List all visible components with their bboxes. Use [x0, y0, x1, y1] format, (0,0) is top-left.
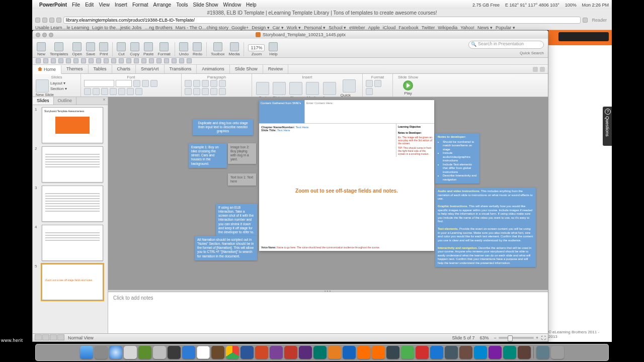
- app-icon[interactable]: [299, 346, 312, 359]
- powerpoint-icon[interactable]: [255, 346, 268, 359]
- gear-icon[interactable]: [540, 67, 545, 72]
- offstage-note[interactable]: Text box 1: Text here: [228, 173, 256, 186]
- finder-icon[interactable]: [80, 346, 93, 359]
- menu-view[interactable]: View: [99, 2, 110, 8]
- strike-icon[interactable]: [110, 88, 117, 95]
- app-menu[interactable]: PowerPoint: [39, 2, 67, 8]
- menu-file[interactable]: File: [72, 2, 80, 8]
- tab-smartart[interactable]: SmartArt: [136, 65, 165, 73]
- bookmark-item[interactable]: eWeber: [349, 25, 365, 30]
- address-bar[interactable]: [63, 17, 581, 24]
- new-slide-button[interactable]: [36, 79, 49, 93]
- fit-zoom-icon[interactable]: ⛶: [541, 335, 546, 340]
- clear-format-icon[interactable]: [150, 80, 157, 87]
- app-icon[interactable]: [153, 346, 166, 359]
- reload-icon[interactable]: [583, 18, 588, 23]
- print-button[interactable]: Print: [98, 42, 109, 56]
- tab-themes[interactable]: Themes: [61, 65, 89, 73]
- shrink-font-icon[interactable]: [142, 80, 149, 87]
- app-icon[interactable]: [138, 346, 151, 359]
- align-center-icon[interactable]: [193, 88, 200, 95]
- mac-dock[interactable]: [35, 344, 609, 361]
- app-icon[interactable]: [211, 346, 224, 359]
- bookmark-icon[interactable]: [49, 18, 54, 23]
- bookmark-item[interactable]: Mars - The O…ching story: [176, 25, 228, 30]
- app-icon[interactable]: [489, 346, 502, 359]
- bookmark-item[interactable]: Google+: [231, 25, 249, 30]
- zoom-in-icon[interactable]: +: [536, 335, 538, 340]
- format-painter-button[interactable]: Format: [156, 42, 171, 56]
- traffic-lights[interactable]: [33, 33, 53, 37]
- align-left-icon[interactable]: [185, 88, 192, 95]
- menu-slideshow[interactable]: Slide Show: [193, 2, 218, 8]
- share-icon[interactable]: [56, 18, 61, 23]
- new-button[interactable]: New: [36, 42, 47, 56]
- offstage-note[interactable]: Notes to developer: Should be numbered t…: [435, 133, 479, 184]
- tab-review[interactable]: Review: [263, 65, 289, 73]
- window-titlebar[interactable]: Storyboard_Template_100213_1445.pptx: [33, 31, 548, 39]
- italic-icon[interactable]: [93, 88, 100, 95]
- tab-animations[interactable]: Animations: [197, 65, 230, 73]
- content-gathered-box[interactable]: Content Gathered from SME's: [259, 100, 304, 123]
- app-icon[interactable]: [401, 346, 414, 359]
- effects-icon[interactable]: [366, 88, 373, 95]
- bookmark-item[interactable]: Login to the…jestic Jobs: [92, 25, 141, 30]
- offstage-note[interactable]: Image box 2: Boy playing with dog in a y…: [228, 143, 256, 164]
- word-icon[interactable]: [240, 346, 254, 359]
- font-color-icon[interactable]: [135, 88, 142, 95]
- collapse-ribbon-icon[interactable]: [533, 67, 538, 72]
- menu-insert[interactable]: Insert: [115, 2, 127, 8]
- app-icon[interactable]: [343, 346, 356, 359]
- superscript-icon[interactable]: [118, 88, 125, 95]
- cut-button[interactable]: Cut: [116, 42, 127, 56]
- grow-font-icon[interactable]: [133, 80, 140, 87]
- app-icon[interactable]: [168, 346, 181, 359]
- forward-button[interactable]: [42, 18, 47, 23]
- app-icon[interactable]: [313, 346, 327, 359]
- offstage-note[interactable]: All Narration should be scripted out in …: [195, 236, 257, 260]
- bookmark-item[interactable]: Popular ▾: [496, 25, 515, 30]
- back-button[interactable]: [35, 18, 40, 23]
- app-icon[interactable]: [459, 346, 472, 359]
- bookmark-item[interactable]: Design ▾: [252, 25, 270, 30]
- app-icon[interactable]: [503, 346, 516, 359]
- app-icon[interactable]: [284, 346, 297, 359]
- tab-charts[interactable]: Charts: [112, 65, 136, 73]
- menu-help[interactable]: Help: [246, 2, 257, 8]
- notes-splitter[interactable]: [108, 290, 548, 292]
- undo-button[interactable]: Undo: [178, 42, 190, 56]
- app-icon[interactable]: [270, 346, 283, 359]
- numbering-icon[interactable]: [193, 80, 200, 87]
- font-size-select[interactable]: [116, 80, 132, 87]
- bookmark-item[interactable]: Twitter: [422, 25, 435, 30]
- enter-content-box[interactable]: Enter Content Here:: [304, 100, 434, 123]
- redo-button[interactable]: Redo: [192, 42, 203, 56]
- offstage-note[interactable]: If using an ELB interaction. Take a scre…: [216, 204, 257, 236]
- bookmark-item[interactable]: Personal ▾: [304, 25, 326, 30]
- section-dropdown[interactable]: Section ▾: [50, 86, 67, 91]
- bookmark-item[interactable]: Facebook: [398, 25, 419, 30]
- trash-icon[interactable]: [551, 346, 564, 359]
- slide-thumbnail[interactable]: 4: [35, 225, 106, 261]
- help-button[interactable]: Help: [268, 42, 279, 56]
- save-button[interactable]: Save: [85, 42, 96, 56]
- app-icon[interactable]: [474, 346, 487, 359]
- app-icon[interactable]: [328, 346, 341, 359]
- fill-icon[interactable]: [366, 80, 373, 87]
- bookmark-item[interactable]: Wikipedia: [438, 25, 457, 30]
- indent-right-icon[interactable]: [210, 80, 217, 87]
- quick-access-icons[interactable]: [33, 58, 548, 65]
- play-button[interactable]: [403, 80, 413, 90]
- site-search-box[interactable]: [558, 32, 609, 41]
- reader-button[interactable]: Reader: [590, 18, 609, 23]
- tab-slideshow[interactable]: Slide Show: [230, 65, 263, 73]
- slide-thumbnail[interactable]: 3: [35, 186, 106, 222]
- view-switcher[interactable]: [35, 334, 65, 341]
- bookmark-item[interactable]: …ng Brothers: [144, 25, 173, 30]
- calendar-icon[interactable]: [197, 346, 210, 359]
- offstage-note[interactable]: Example 1: Boy on bike crossing the stre…: [189, 143, 227, 168]
- notes-pane[interactable]: Click to add notes: [108, 292, 548, 333]
- offstage-note[interactable]: Duplicate and drag box onto stage then i…: [193, 119, 253, 135]
- toolbox-button[interactable]: Toolbox: [210, 42, 226, 56]
- indent-left-icon[interactable]: [202, 80, 209, 87]
